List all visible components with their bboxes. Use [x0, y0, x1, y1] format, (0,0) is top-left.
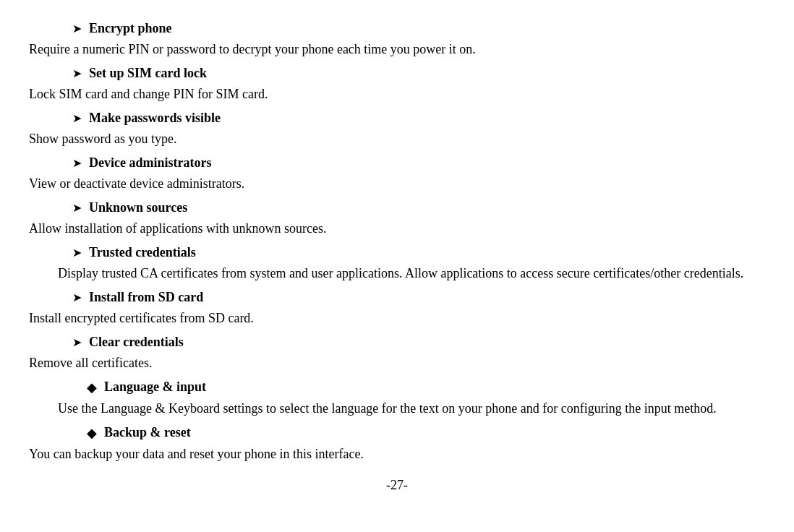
arrow-icon: ➤	[72, 155, 82, 172]
device-administrators-body: View or deactivate device administrators…	[29, 174, 765, 194]
install-from-sd-body: Install encrypted certificates from SD c…	[29, 309, 765, 328]
language-input-body: Use the Language & Keyboard settings to …	[58, 399, 765, 419]
backup-reset-body: You can backup your data and reset your …	[29, 445, 765, 464]
device-administrators-title: Device administrators	[89, 153, 211, 173]
arrow-icon: ➤	[72, 244, 82, 262]
section-device-administrators: ➤ Device administrators	[72, 153, 765, 173]
encrypt-phone-body: Require a numeric PIN or password to dec…	[29, 40, 765, 59]
language-input-title: Language & input	[104, 377, 206, 397]
section-clear-credentials: ➤ Clear credentials	[72, 332, 765, 352]
encrypt-phone-title: Encrypt phone	[89, 19, 172, 38]
arrow-icon: ➤	[72, 65, 82, 82]
arrow-icon: ➤	[72, 200, 82, 217]
section-language-input: ◆ Language & input	[87, 377, 765, 398]
section-unknown-sources: ➤ Unknown sources	[72, 198, 765, 218]
trusted-credentials-body: Display trusted CA certificates from sys…	[58, 264, 765, 283]
trusted-credentials-title: Trusted credentials	[89, 243, 196, 262]
section-backup-reset: ◆ Backup & reset	[87, 423, 765, 443]
clear-credentials-title: Clear credentials	[89, 332, 184, 352]
make-passwords-visible-title: Make passwords visible	[89, 108, 221, 128]
section-encrypt-phone: ➤ Encrypt phone	[72, 19, 765, 38]
backup-reset-title: Backup & reset	[104, 423, 191, 442]
page-number: -27-	[29, 476, 765, 495]
arrow-icon: ➤	[72, 334, 82, 351]
unknown-sources-title: Unknown sources	[89, 198, 187, 218]
arrow-icon: ➤	[72, 110, 82, 127]
unknown-sources-body: Allow installation of applications with …	[29, 219, 765, 239]
section-make-passwords-visible: ➤ Make passwords visible	[72, 108, 765, 128]
section-sim-card-lock: ➤ Set up SIM card lock	[72, 64, 765, 83]
section-trusted-credentials: ➤ Trusted credentials	[72, 243, 765, 262]
page-content: ➤ Encrypt phone Require a numeric PIN or…	[0, 0, 794, 510]
arrow-icon: ➤	[72, 289, 82, 306]
sim-card-lock-body: Lock SIM card and change PIN for SIM car…	[29, 85, 765, 104]
install-from-sd-title: Install from SD card	[89, 288, 203, 307]
arrow-icon: ➤	[72, 20, 82, 38]
make-passwords-visible-body: Show password as you type.	[29, 129, 765, 149]
diamond-icon: ◆	[87, 378, 97, 398]
section-install-from-sd: ➤ Install from SD card	[72, 288, 765, 307]
clear-credentials-body: Remove all certificates.	[29, 353, 765, 373]
sim-card-lock-title: Set up SIM card lock	[89, 64, 207, 83]
diamond-icon: ◆	[87, 424, 97, 443]
